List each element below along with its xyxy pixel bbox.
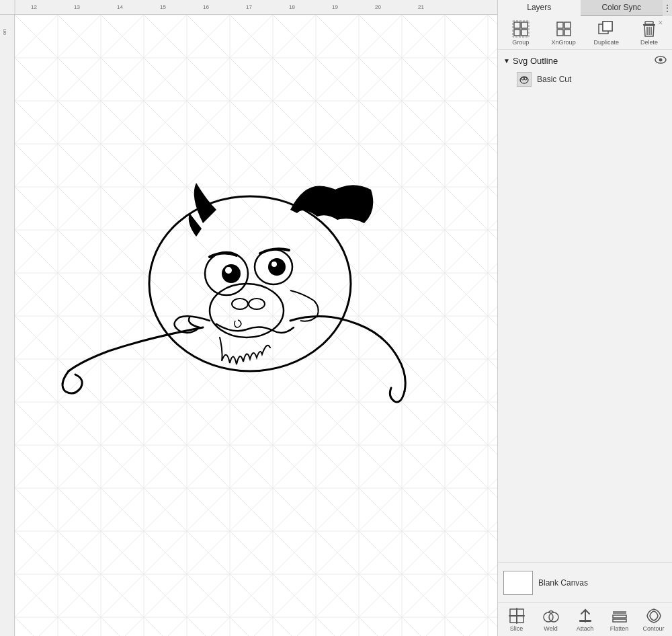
- ruler-tick-19: 19: [332, 4, 338, 10]
- delete-icon: [640, 20, 658, 38]
- svg-point-16: [222, 264, 241, 283]
- attach-icon: [577, 608, 593, 624]
- ruler-tick-15: 15: [160, 4, 166, 10]
- svg-rect-55: [613, 611, 626, 614]
- group-button[interactable]: Group: [503, 18, 539, 48]
- ruler-left: on: [0, 15, 15, 636]
- group-icon: [512, 20, 530, 38]
- svg-rect-24: [514, 22, 520, 28]
- weld-icon: [543, 608, 559, 624]
- ruler-tick-21: 21: [418, 4, 424, 10]
- canvas-thumbnail: [503, 571, 533, 595]
- ruler-tick-12: 12: [31, 4, 37, 10]
- layer-group-header[interactable]: ▼ Svg Outline: [498, 52, 672, 69]
- blank-canvas-bar: Blank Canvas: [498, 562, 672, 602]
- ungroup-icon: [555, 20, 573, 38]
- expand-arrow-icon: ▼: [503, 57, 510, 65]
- svg-rect-48: [510, 616, 517, 623]
- svg-point-52: [544, 612, 553, 622]
- layer-group-title: Svg Outline: [513, 56, 558, 66]
- svg-rect-35: [603, 22, 612, 31]
- panel-toolbar: Group XnGroup D: [498, 16, 672, 50]
- svg-outline-group: ▼ Svg Outline: [498, 52, 672, 89]
- svg-point-19: [268, 258, 286, 276]
- contour-button[interactable]: Contour: [638, 605, 670, 635]
- panel-more-button[interactable]: ⋮: [663, 0, 672, 16]
- svg-rect-49: [517, 616, 523, 623]
- svg-point-45: [524, 77, 527, 80]
- tabs-container: Layers Color Sync ⋮: [498, 0, 672, 16]
- weld-button[interactable]: Weld: [535, 605, 567, 635]
- attach-button[interactable]: Attach: [569, 605, 601, 635]
- ruler-tick-16: 16: [203, 4, 209, 10]
- svg-point-42: [659, 58, 663, 62]
- svg-rect-36: [645, 22, 653, 24]
- blank-canvas-label: Blank Canvas: [538, 578, 588, 588]
- canvas-area: Y U ↕ 12 13 14 15 16 17 18 19 20 21: [0, 0, 497, 636]
- ruler-vert-label: on: [1, 29, 7, 35]
- layer-item-basic-cut[interactable]: Basic Cut: [498, 69, 672, 89]
- slice-icon: [509, 608, 525, 624]
- svg-rect-46: [510, 609, 517, 616]
- layer-thumbnail: [517, 72, 532, 87]
- tab-layers[interactable]: Layers: [498, 0, 581, 16]
- duplicate-button[interactable]: Duplicate: [588, 18, 624, 48]
- svg-rect-31: [557, 30, 563, 36]
- svg-rect-29: [557, 22, 563, 28]
- duplicate-icon: [597, 20, 615, 38]
- flatten-icon: [612, 608, 628, 624]
- svg-point-44: [521, 77, 524, 80]
- flatten-button[interactable]: Flatten: [603, 605, 636, 635]
- bottom-toolbar: Slice Weld Attach: [498, 602, 672, 636]
- ruler-top: 12 13 14 15 16 17 18 19 20 21: [0, 0, 497, 15]
- ruler-tick-18: 18: [289, 4, 295, 10]
- layer-content[interactable]: ▼ Svg Outline: [498, 50, 672, 309]
- svg-rect-30: [564, 22, 571, 28]
- layer-item-label: Basic Cut: [537, 75, 571, 84]
- svg-point-20: [271, 262, 277, 267]
- svg-rect-28: [513, 21, 529, 37]
- svg-rect-27: [521, 30, 528, 36]
- ruler-tick-14: 14: [117, 4, 123, 10]
- visibility-eye-icon[interactable]: [655, 55, 667, 67]
- ruler-tick-17: 17: [246, 4, 252, 10]
- svg-point-53: [549, 612, 558, 622]
- svg-rect-47: [517, 609, 523, 616]
- ruler-tick-13: 13: [74, 4, 80, 10]
- svg-rect-26: [514, 30, 520, 36]
- svg-rect-54: [579, 620, 591, 622]
- svg-rect-57: [613, 619, 626, 622]
- tab-color-sync[interactable]: Color Sync: [581, 0, 663, 16]
- svg-point-17: [225, 267, 232, 274]
- delete-button[interactable]: Delete ✕: [631, 18, 667, 48]
- svg-rect-13: [15, 15, 497, 636]
- ruler-tick-20: 20: [375, 4, 381, 10]
- svg-rect-56: [613, 615, 626, 618]
- ungroup-button[interactable]: XnGroup: [546, 18, 582, 48]
- slice-button[interactable]: Slice: [501, 605, 533, 635]
- right-panel: Layers Color Sync ⋮ Group: [497, 0, 672, 636]
- grid-canvas[interactable]: [15, 15, 497, 636]
- svg-rect-25: [521, 22, 528, 28]
- contour-icon: [646, 608, 662, 624]
- svg-point-43: [520, 77, 528, 83]
- svg-rect-32: [564, 30, 571, 36]
